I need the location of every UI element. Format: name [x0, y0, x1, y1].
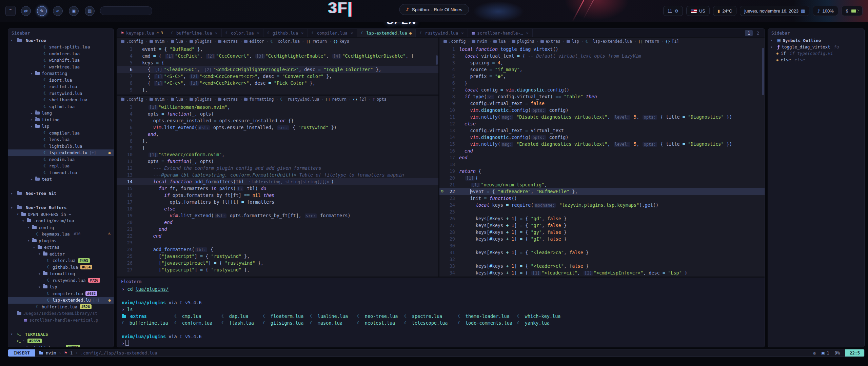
tree-item[interactable]: ☾lens.lua	[8, 136, 114, 143]
workspace-button[interactable]: ✎	[37, 6, 47, 16]
scrollbar[interactable]	[436, 55, 438, 65]
code-line[interactable]: 27 keys[#keys + 1] = { "gr", false }	[439, 222, 765, 229]
code-line[interactable]: 20 end	[117, 219, 438, 226]
code-line[interactable]: 9 {	[117, 144, 438, 151]
code-line[interactable]: 10 vim.diagnostic.config(opts: config)	[439, 107, 765, 114]
breadcrumb-item[interactable]: .config	[121, 97, 143, 102]
code-line[interactable]: 12 else	[439, 120, 765, 127]
code-line[interactable]: 26 keys[#keys + 1] = { "gd", false }	[439, 215, 765, 222]
tree-item[interactable]: ☾compiler.lua#682	[8, 290, 114, 297]
breadcrumb-item[interactable]: []return	[326, 97, 347, 102]
breadcrumb-item[interactable]: .config	[121, 39, 143, 44]
breadcrumb-item[interactable]: extras	[218, 39, 238, 44]
code-line[interactable]: 16 end	[439, 147, 765, 154]
code-line[interactable]: 17 opts.formatters_by_ft[ft] = formatter…	[117, 199, 438, 205]
code-line[interactable]: 3 [1]"williamboman/mason.nvim",	[117, 104, 438, 110]
code-line[interactable]: 17end	[439, 154, 765, 161]
section-header[interactable]: ▾>_TERMINALS	[8, 331, 114, 338]
code-line[interactable]: 21 [1]"neovim/nvim-lspconfig",	[439, 181, 765, 188]
tree-item[interactable]: ▾OPEN BUFFERS in ~	[8, 211, 114, 218]
code-line[interactable]: 16 if opts.formatters_by_ft[ft] == nil t…	[117, 192, 438, 199]
workspace-button[interactable]: ⇄	[21, 6, 31, 16]
tab-rustywind.lua[interactable]: ☾rustywind.lua×	[416, 29, 468, 37]
symbols-outline-header[interactable]: ▾ ▤ Symbols Outline	[768, 37, 864, 44]
section-header[interactable]: ▾Neo-Tree Buffers	[8, 204, 114, 211]
tree-item[interactable]: ☾lsp-extended.lu[+]●	[8, 149, 114, 156]
tree-item[interactable]: ▸test	[8, 176, 114, 183]
code-line[interactable]: 4 opts = function(_, opts)	[117, 110, 438, 117]
tree-item[interactable]: ☾shellharden.lua	[8, 97, 114, 103]
tree-item[interactable]: ☾neodim.lua	[8, 156, 114, 163]
tree-item[interactable]: ▾config	[8, 224, 114, 231]
tab-lsp-extended.lua[interactable]: ☾lsp-extended.lua●	[357, 29, 416, 37]
code-line[interactable]: 11 vim.notify(msg: "Disable diagnostics …	[439, 114, 765, 120]
tree-item[interactable]: ☾winshift.lua	[8, 57, 114, 64]
terminal[interactable]: › cd lua/plugins/nvim/lua/plugins via ☾ …	[117, 285, 765, 347]
tree-item[interactable]: ▸lang	[8, 110, 114, 117]
tree-item[interactable]: ☾compiler.lua	[8, 130, 114, 137]
code-area[interactable]: 3 [1]"williamboman/mason.nvim",4 opts = …	[117, 103, 438, 273]
code-line[interactable]: 20 [1]{	[439, 175, 765, 181]
tree-item[interactable]: ☾keymaps.lua#10⚠	[8, 231, 114, 238]
updates-widget[interactable]: 11 ⚙	[663, 6, 683, 16]
code-area[interactable]: 1local function toggle_diag_virtext()2 l…	[439, 45, 765, 276]
code-line[interactable]: 14 vim.diagnostic.config(opts: config)	[439, 134, 765, 141]
tree-item[interactable]: ☾lightbulb.lua	[8, 143, 114, 150]
tree-item[interactable]: ▸linting	[8, 117, 114, 123]
code-line[interactable]: 18	[439, 161, 765, 168]
breadcrumb-item[interactable]: ☾lsp-extended.lua	[586, 39, 632, 44]
code-line[interactable]: 7 { [1]"<S-C>", [2]"<cmd>CccConvert<cr>"…	[117, 73, 438, 80]
code-line[interactable]: 13 ---@param tbl table<string, conform.F…	[117, 171, 438, 178]
tree-item[interactable]: ☾undotree.lua	[8, 50, 114, 57]
code-line[interactable]: 9 config.virtual_text = false	[439, 100, 765, 107]
breadcrumb-item[interactable]: nvim	[472, 39, 487, 44]
tree-item[interactable]: ☾timeout.lua	[8, 169, 114, 176]
code-line[interactable]: 19 vim.list_extend(dst: opts.formatters_…	[117, 212, 438, 219]
tab-close-button[interactable]: ×	[215, 30, 218, 36]
section-header[interactable]: ▾Neo-Tree Git	[8, 190, 114, 197]
code-line[interactable]: 25 ["javascript"] = { "rustywind" },	[117, 253, 438, 260]
code-line[interactable]: 24 add_formatters(tbl: {	[117, 246, 438, 253]
tree-item[interactable]: >_~#2859	[8, 338, 114, 344]
scrollbar[interactable]	[762, 48, 764, 95]
tree-item[interactable]: ☾isort.lua	[8, 77, 114, 84]
tab-close-button[interactable]: ×	[526, 30, 529, 36]
tab-github.lua[interactable]: ☾github.lua×	[263, 29, 308, 37]
code-line[interactable]: 29 keys[#keys + 1] = { "gI", false }	[439, 236, 765, 242]
breadcrumb-item[interactable]: editor	[244, 39, 264, 44]
code-line[interactable]: 7 local config = vim.diagnostic.config()	[439, 86, 765, 93]
code-line[interactable]: 4 cmd = { [1]"CccPick", [2]"CccConvert",…	[117, 53, 438, 59]
tab-close-button[interactable]: ×	[351, 30, 353, 36]
tree-item[interactable]: ☾lsp-extended.lu[+]●	[8, 297, 114, 304]
code-line[interactable]: 5 prefix = "●",	[439, 73, 765, 80]
breadcrumb-item[interactable]: []return	[638, 39, 659, 44]
code-line[interactable]: 5 opts.ensure_installed = opts.ensure_in…	[117, 117, 438, 124]
tree-item[interactable]: ▾formatting	[8, 70, 114, 77]
code-line[interactable]: 8 },	[117, 138, 438, 144]
code-line[interactable]: 13 config.virtual_text = virtual_text	[439, 127, 765, 134]
tree-item[interactable]: ▾plugins	[8, 238, 114, 244]
breadcrumb-item[interactable]: lua	[171, 97, 183, 102]
code-line[interactable]: 34 keys[#keys + 1] = { [1]"<leader>cil",…	[439, 269, 765, 276]
launcher-button[interactable]: ^	[5, 6, 16, 16]
code-line[interactable]: 30	[439, 242, 765, 249]
breadcrumb-item[interactable]: lua	[171, 39, 183, 44]
code-line[interactable]: 26 ["javascriptreact"] = { "rustywind" }…	[117, 260, 438, 266]
code-line[interactable]: 10 [1]"stevearc/conform.nvim",	[117, 151, 438, 158]
workspace-button[interactable]: ∞	[53, 6, 63, 16]
code-line[interactable]: 19return {	[439, 168, 765, 175]
breadcrumb-item[interactable]: formatting	[244, 97, 274, 102]
breadcrumb-item[interactable]: .config	[443, 39, 466, 44]
code-line[interactable]: 15 for ft, formatters in pairs(t: tbl) d…	[117, 185, 438, 192]
tree-item[interactable]: ☾rustywind.lua	[8, 90, 114, 97]
breadcrumb-item[interactable]: extras	[218, 97, 238, 102]
code-line[interactable]: 33 keys[#keys + 1] = { "<leader>cl", fal…	[439, 263, 765, 269]
tree-item[interactable]: ☾rustywind.lua#726	[8, 277, 114, 284]
tree-item[interactable]: >_~/.c/n/l/plugins#3980	[8, 344, 114, 348]
tab-keymaps.lua[interactable]: ⚑keymaps.lua⚠ 3	[117, 29, 167, 37]
code-line[interactable]: 24 local keys = require(modname: "lazyvi…	[439, 202, 765, 208]
tree-item[interactable]: ☾rustfmt.lua	[8, 83, 114, 90]
section-header[interactable]: ▾Neo-Tree	[8, 37, 114, 44]
code-line[interactable]: 11 opts = function(_, opts)	[117, 158, 438, 165]
outline-item[interactable]: ◈elseelse	[768, 57, 864, 63]
